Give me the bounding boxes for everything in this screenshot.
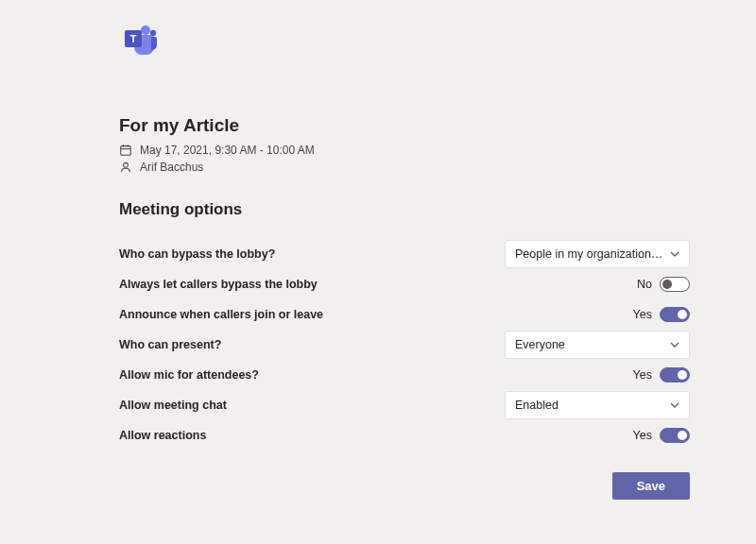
meeting-title: For my Article: [119, 115, 690, 136]
calendar-icon: [119, 144, 132, 157]
chevron-down-icon: [670, 249, 679, 259]
present-dropdown[interactable]: Everyone: [505, 331, 690, 359]
announce-toggle[interactable]: [660, 307, 690, 322]
lobby-bypass-value: People in my organization and gu...: [515, 247, 664, 261]
meeting-organizer-row: Arif Bacchus: [119, 161, 690, 174]
chat-value: Enabled: [515, 399, 558, 412]
announce-label: Announce when callers join or leave: [119, 308, 505, 321]
mic-toggle[interactable]: [660, 367, 690, 382]
reactions-toggle[interactable]: [660, 428, 690, 443]
callers-bypass-status: No: [637, 278, 652, 291]
svg-rect-4: [121, 146, 131, 156]
section-title: Meeting options: [119, 200, 690, 219]
announce-status: Yes: [633, 308, 652, 321]
lobby-bypass-label: Who can bypass the lobby?: [119, 247, 505, 261]
chevron-down-icon: [670, 340, 679, 349]
save-button[interactable]: Save: [612, 472, 690, 500]
callers-bypass-toggle[interactable]: [660, 277, 690, 292]
present-value: Everyone: [515, 338, 565, 351]
svg-text:T: T: [130, 33, 137, 44]
meeting-organizer: Arif Bacchus: [140, 161, 203, 174]
callers-bypass-label: Always let callers bypass the lobby: [119, 278, 505, 291]
mic-status: Yes: [633, 368, 652, 382]
reactions-status: Yes: [633, 429, 652, 442]
reactions-label: Allow reactions: [119, 429, 505, 442]
lobby-bypass-dropdown[interactable]: People in my organization and gu...: [505, 240, 690, 268]
chat-label: Allow meeting chat: [119, 399, 505, 412]
person-icon: [119, 161, 132, 174]
svg-point-0: [141, 26, 150, 35]
chat-dropdown[interactable]: Enabled: [505, 391, 690, 419]
meeting-datetime-row: May 17, 2021, 9:30 AM - 10:00 AM: [119, 144, 690, 157]
meeting-datetime: May 17, 2021, 9:30 AM - 10:00 AM: [140, 144, 315, 157]
present-label: Who can present?: [119, 338, 505, 351]
teams-logo-icon: T: [119, 23, 157, 57]
svg-point-8: [124, 162, 129, 167]
mic-label: Allow mic for attendees?: [119, 368, 505, 382]
chevron-down-icon: [670, 400, 679, 410]
